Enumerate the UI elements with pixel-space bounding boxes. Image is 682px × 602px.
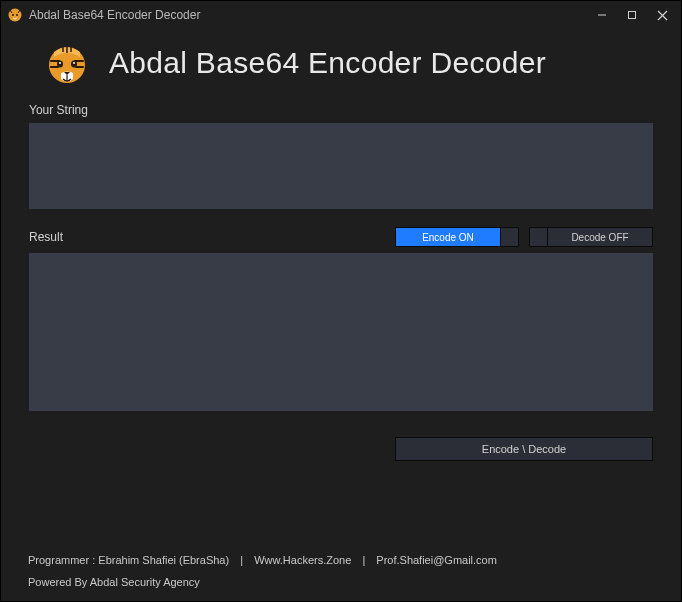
separator-text: | <box>362 554 365 566</box>
svg-point-11 <box>73 62 75 64</box>
titlebar: Abdal Base64 Encoder Decoder <box>1 1 681 29</box>
footer-credits: Programmer : Ebrahim Shafiei (EbraSha) |… <box>28 554 654 566</box>
encode-decode-button[interactable]: Encode \ Decode <box>395 437 653 461</box>
decode-toggle[interactable]: Decode OFF <box>529 227 653 247</box>
encode-toggle-label: Encode ON <box>396 228 500 246</box>
maximize-button[interactable] <box>617 3 647 27</box>
encode-toggle[interactable]: Encode ON <box>395 227 519 247</box>
app-title: Abdal Base64 Encoder Decoder <box>109 46 546 80</box>
result-label: Result <box>29 230 63 244</box>
input-textarea[interactable] <box>29 123 653 209</box>
toggle-row: Result Encode ON Decode OFF <box>29 227 653 247</box>
minimize-button[interactable] <box>587 3 617 27</box>
svg-point-2 <box>16 14 18 16</box>
window-title: Abdal Base64 Encoder Decoder <box>29 8 587 22</box>
close-button[interactable] <box>647 3 677 27</box>
content-area: Your String Result Encode ON Decode OFF … <box>1 103 681 461</box>
site-link[interactable]: Www.Hackers.Zone <box>254 554 351 566</box>
footer: Programmer : Ebrahim Shafiei (EbraSha) |… <box>0 546 682 602</box>
svg-rect-4 <box>629 12 636 19</box>
encode-toggle-handle-icon <box>500 228 518 246</box>
svg-point-10 <box>59 62 61 64</box>
tiger-icon <box>7 7 23 23</box>
email-link[interactable]: Prof.Shafiei@Gmail.com <box>376 554 497 566</box>
result-textarea[interactable] <box>29 253 653 411</box>
separator-text: | <box>240 554 243 566</box>
svg-point-1 <box>12 14 14 16</box>
tiger-logo-icon <box>41 37 93 89</box>
app-header: Abdal Base64 Encoder Decoder <box>1 29 681 103</box>
input-label: Your String <box>29 103 653 117</box>
programmer-text: Programmer : Ebrahim Shafiei (EbraSha) <box>28 554 229 566</box>
action-row: Encode \ Decode <box>29 437 653 461</box>
decode-toggle-label: Decode OFF <box>548 228 652 246</box>
decode-toggle-handle-icon <box>530 228 548 246</box>
window-controls <box>587 3 677 27</box>
powered-by-text: Powered By Abdal Security Agency <box>28 576 654 588</box>
